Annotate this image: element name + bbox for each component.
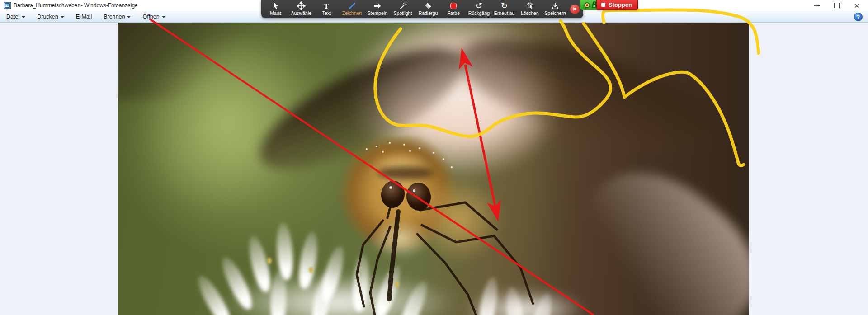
chevron-down-icon xyxy=(127,16,131,18)
cursor-icon xyxy=(271,1,280,10)
redo-icon: ↻ xyxy=(501,1,508,10)
bee-fly-photo xyxy=(118,23,749,315)
tool-text[interactable]: T Text xyxy=(314,0,339,18)
arrow-stamp-icon xyxy=(373,1,382,10)
save-icon xyxy=(551,1,560,10)
chevron-down-icon xyxy=(22,16,25,18)
close-icon: ✕ xyxy=(854,2,860,9)
move-icon xyxy=(297,1,306,10)
menu-item-oeffnen[interactable]: Öffnen xyxy=(140,13,168,21)
tool-maus[interactable]: Maus xyxy=(263,0,288,18)
stop-recording-button[interactable]: Stoppen xyxy=(596,0,638,10)
tool-loeschen[interactable]: Löschen xyxy=(517,0,542,18)
toolbar-close-button[interactable]: ✕ xyxy=(568,0,581,18)
text-icon: T xyxy=(322,1,331,10)
undo-icon: ↺ xyxy=(476,1,482,10)
tool-stempeln[interactable]: Stempeln xyxy=(365,0,390,18)
minimize-icon xyxy=(814,5,820,6)
tool-erneut-ausfuehren[interactable]: ↻ Erneut au xyxy=(492,0,517,18)
pen-line-icon xyxy=(348,1,357,10)
tool-farbe[interactable]: Farbe xyxy=(441,0,466,18)
tool-zeichnen[interactable]: Zeichnen xyxy=(340,0,365,18)
bee-legs-and-proboscis xyxy=(118,23,749,315)
tool-spotlight[interactable]: Spotlight xyxy=(390,0,415,18)
trash-icon xyxy=(525,1,534,10)
magic-wand-icon xyxy=(398,1,407,10)
close-button[interactable]: ✕ xyxy=(850,1,863,10)
chevron-down-icon xyxy=(61,16,64,18)
restore-icon xyxy=(834,3,840,8)
tool-speichern[interactable]: Speichern xyxy=(542,0,568,18)
menu-item-brennen[interactable]: Brennen xyxy=(101,13,133,21)
menu-item-drucken[interactable]: Drucken xyxy=(34,13,67,21)
window-controls: ✕ xyxy=(810,0,866,11)
stop-icon xyxy=(601,3,605,7)
eraser-icon xyxy=(424,1,433,10)
restore-button[interactable] xyxy=(830,1,844,10)
chevron-down-icon xyxy=(162,16,165,18)
minimize-button[interactable] xyxy=(810,1,824,10)
svg-text:T: T xyxy=(324,1,330,10)
help-button[interactable]: ? xyxy=(854,13,863,21)
tool-radiergummi[interactable]: Radiergu xyxy=(415,0,441,18)
annotation-toolbar: Maus Auswähle T Text Zeichnen xyxy=(261,0,583,18)
photo-viewer-app-icon xyxy=(4,2,11,9)
window-title: Barbara_Hummelschweber - Windows-Fotoanz… xyxy=(14,2,138,9)
color-swatch-icon xyxy=(449,1,458,10)
close-circle-icon: ✕ xyxy=(570,5,580,14)
tool-rueckgaengig[interactable]: ↺ Rückgäng xyxy=(466,0,491,18)
menu-item-email[interactable]: E-Mail xyxy=(73,13,94,21)
menu-item-datei[interactable]: Datei xyxy=(4,13,28,21)
record-indicator-icon xyxy=(584,2,590,8)
screen: Barbara_Hummelschweber - Windows-Fotoanz… xyxy=(0,0,868,315)
tool-auswaehle[interactable]: Auswähle xyxy=(288,0,314,18)
